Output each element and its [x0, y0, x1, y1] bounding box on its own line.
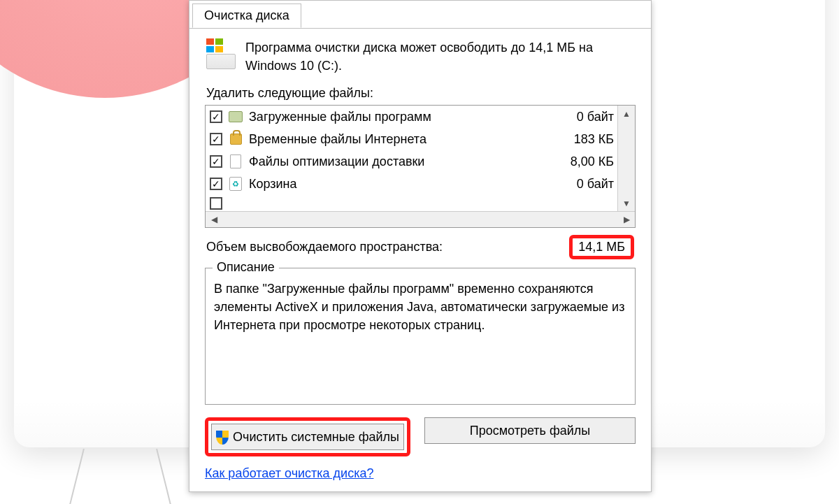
- file-item-name: Файлы оптимизации доставки: [249, 152, 558, 171]
- stand-line: [59, 449, 85, 504]
- file-item-size: 0 байт: [570, 175, 614, 193]
- file-list-item[interactable]: ✓♻Корзина0 байт: [206, 173, 635, 195]
- stand-line: [156, 449, 181, 504]
- horizontal-scrollbar[interactable]: ◀ ▶: [206, 211, 635, 227]
- file-list-item[interactable]: ✓Загруженные файлы программ0 байт: [206, 106, 635, 128]
- file-item-size: 8,00 КБ: [564, 152, 614, 171]
- file-item-size: 0 байт: [570, 108, 614, 126]
- windows-logo-icon: [206, 38, 223, 52]
- scroll-right-icon[interactable]: ▶: [618, 212, 635, 227]
- clean-system-files-button[interactable]: Очистить системные файлы: [211, 424, 404, 450]
- file-item-name: Загруженные файлы программ: [249, 108, 564, 126]
- help-link[interactable]: Как работает очистка диска?: [205, 466, 373, 481]
- delete-files-label: Удалить следующие файлы:: [205, 86, 636, 105]
- file-item-name: Временные файлы Интернета: [249, 130, 561, 148]
- scroll-up-icon[interactable]: ▲: [618, 106, 635, 122]
- checkbox[interactable]: ✓: [210, 110, 222, 123]
- file-list-item[interactable]: ✓Файлы оптимизации доставки8,00 КБ: [206, 150, 635, 173]
- checkbox[interactable]: ✓: [210, 178, 222, 190]
- view-files-button[interactable]: Просмотреть файлы: [424, 417, 636, 444]
- drive-icon: [206, 38, 236, 69]
- file-item-name: Корзина: [249, 175, 564, 193]
- vertical-scrollbar[interactable]: ▲ ▼: [617, 106, 635, 212]
- disk-cleanup-window: Очистка диска Программа очистки диска мо…: [189, 0, 652, 492]
- description-fieldset: Описание В папке "Загруженные файлы прог…: [205, 268, 636, 405]
- file-list-item[interactable]: ✓Временные файлы Интернета183 КБ: [206, 128, 635, 150]
- tab-disk-cleanup[interactable]: Очистка диска: [192, 3, 301, 28]
- page-icon: [228, 154, 243, 168]
- folder-icon: [228, 111, 243, 122]
- description-legend: Описание: [213, 260, 279, 275]
- intro-text: Программа очистки диска может освободить…: [245, 38, 634, 75]
- file-item-size: 183 КБ: [567, 130, 614, 148]
- scroll-down-icon[interactable]: ▼: [618, 195, 635, 212]
- view-files-label: Просмотреть файлы: [470, 424, 591, 438]
- lock-icon: [228, 134, 243, 145]
- total-space-label: Объем высвобождаемого пространства:: [206, 240, 565, 254]
- scroll-left-icon[interactable]: ◀: [206, 212, 222, 227]
- description-text: В папке "Загруженные файлы программ" вре…: [214, 275, 626, 334]
- total-space-value: 14,1 МБ: [569, 235, 634, 259]
- file-list[interactable]: ✓Загруженные файлы программ0 байт✓Времен…: [205, 105, 636, 228]
- file-list-item[interactable]: [206, 195, 635, 212]
- checkbox[interactable]: [210, 197, 222, 210]
- clean-system-files-label: Очистить системные файлы: [233, 430, 399, 445]
- uac-shield-icon: [216, 431, 229, 445]
- highlight-clean-system-files: Очистить системные файлы: [205, 417, 410, 456]
- recycle-bin-icon: ♻: [228, 177, 243, 191]
- checkbox[interactable]: ✓: [210, 155, 222, 168]
- checkbox[interactable]: ✓: [210, 133, 222, 145]
